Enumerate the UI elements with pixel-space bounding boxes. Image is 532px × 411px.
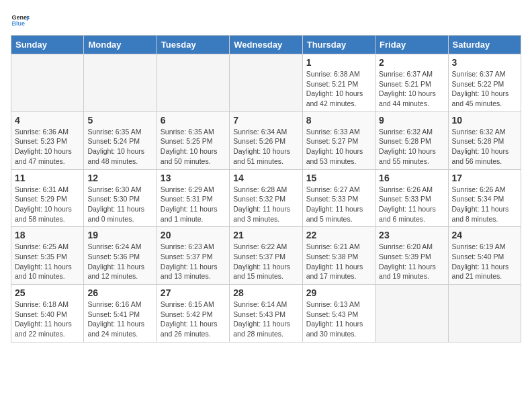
weekday-header-monday: Monday (84, 36, 157, 54)
calendar-week-1: 1Sunrise: 6:38 AM Sunset: 5:21 PM Daylig… (11, 54, 521, 112)
calendar-cell: 27Sunrise: 6:15 AM Sunset: 5:42 PM Dayli… (157, 285, 229, 342)
calendar-cell: 5Sunrise: 6:35 AM Sunset: 5:24 PM Daylig… (84, 111, 157, 169)
day-number: 15 (306, 173, 371, 183)
day-number: 5 (87, 115, 152, 126)
calendar-cell: 2Sunrise: 6:37 AM Sunset: 5:21 PM Daylig… (375, 54, 448, 112)
weekday-header-saturday: Saturday (448, 36, 521, 54)
day-number: 23 (379, 230, 444, 240)
day-number: 2 (379, 57, 444, 68)
calendar-cell: 19Sunrise: 6:24 AM Sunset: 5:36 PM Dayli… (84, 227, 157, 285)
calendar-cell: 29Sunrise: 6:13 AM Sunset: 5:43 PM Dayli… (302, 285, 375, 342)
calendar-week-4: 18Sunrise: 6:25 AM Sunset: 5:35 PM Dayli… (11, 227, 521, 285)
weekday-header-wednesday: Wednesday (230, 36, 302, 54)
calendar-body: 1Sunrise: 6:38 AM Sunset: 5:21 PM Daylig… (11, 54, 521, 342)
calendar-cell: 8Sunrise: 6:33 AM Sunset: 5:27 PM Daylig… (302, 111, 375, 169)
day-number: 28 (233, 287, 298, 298)
day-info: Sunrise: 6:33 AM Sunset: 5:27 PM Dayligh… (306, 127, 371, 167)
day-info: Sunrise: 6:37 AM Sunset: 5:22 PM Dayligh… (452, 69, 517, 109)
day-info: Sunrise: 6:27 AM Sunset: 5:33 PM Dayligh… (306, 185, 371, 224)
day-number: 13 (161, 173, 226, 183)
calendar-cell (157, 54, 229, 112)
day-info: Sunrise: 6:14 AM Sunset: 5:43 PM Dayligh… (233, 300, 298, 339)
day-number: 11 (15, 173, 80, 183)
day-info: Sunrise: 6:34 AM Sunset: 5:26 PM Dayligh… (233, 127, 298, 167)
day-number: 12 (87, 173, 152, 183)
calendar-cell: 9Sunrise: 6:32 AM Sunset: 5:28 PM Daylig… (375, 111, 448, 169)
day-info: Sunrise: 6:24 AM Sunset: 5:36 PM Dayligh… (87, 242, 152, 281)
calendar-cell: 26Sunrise: 6:16 AM Sunset: 5:41 PM Dayli… (84, 285, 157, 342)
day-number: 6 (161, 115, 226, 126)
page-header: General Blue (11, 11, 521, 30)
calendar: SundayMondayTuesdayWednesdayThursdayFrid… (11, 35, 521, 342)
logo: General Blue (11, 11, 30, 30)
calendar-cell: 16Sunrise: 6:26 AM Sunset: 5:33 PM Dayli… (375, 169, 448, 227)
day-number: 17 (452, 173, 517, 183)
calendar-cell: 14Sunrise: 6:28 AM Sunset: 5:32 PM Dayli… (230, 169, 302, 227)
calendar-cell: 12Sunrise: 6:30 AM Sunset: 5:30 PM Dayli… (84, 169, 157, 227)
calendar-cell: 17Sunrise: 6:26 AM Sunset: 5:34 PM Dayli… (448, 169, 521, 227)
calendar-cell (448, 285, 521, 342)
day-info: Sunrise: 6:28 AM Sunset: 5:32 PM Dayligh… (233, 185, 298, 224)
day-number: 22 (306, 230, 371, 240)
day-info: Sunrise: 6:25 AM Sunset: 5:35 PM Dayligh… (15, 242, 80, 281)
day-number: 9 (379, 115, 444, 126)
calendar-cell: 13Sunrise: 6:29 AM Sunset: 5:31 PM Dayli… (157, 169, 229, 227)
day-info: Sunrise: 6:30 AM Sunset: 5:30 PM Dayligh… (87, 185, 152, 224)
calendar-cell: 11Sunrise: 6:31 AM Sunset: 5:29 PM Dayli… (11, 169, 84, 227)
day-number: 10 (452, 115, 517, 126)
day-info: Sunrise: 6:26 AM Sunset: 5:33 PM Dayligh… (379, 185, 444, 224)
day-number: 19 (87, 230, 152, 240)
calendar-cell: 23Sunrise: 6:20 AM Sunset: 5:39 PM Dayli… (375, 227, 448, 285)
calendar-cell: 24Sunrise: 6:19 AM Sunset: 5:40 PM Dayli… (448, 227, 521, 285)
calendar-cell: 4Sunrise: 6:36 AM Sunset: 5:23 PM Daylig… (11, 111, 84, 169)
day-number: 4 (15, 115, 80, 126)
day-number: 18 (15, 230, 80, 240)
calendar-cell: 7Sunrise: 6:34 AM Sunset: 5:26 PM Daylig… (230, 111, 302, 169)
calendar-cell: 18Sunrise: 6:25 AM Sunset: 5:35 PM Dayli… (11, 227, 84, 285)
weekday-header-tuesday: Tuesday (157, 36, 229, 54)
day-number: 27 (161, 287, 226, 298)
calendar-cell (84, 54, 157, 112)
day-number: 7 (233, 115, 298, 126)
calendar-cell (375, 285, 448, 342)
calendar-cell: 6Sunrise: 6:35 AM Sunset: 5:25 PM Daylig… (157, 111, 229, 169)
day-info: Sunrise: 6:36 AM Sunset: 5:23 PM Dayligh… (15, 127, 80, 167)
calendar-cell: 15Sunrise: 6:27 AM Sunset: 5:33 PM Dayli… (302, 169, 375, 227)
day-info: Sunrise: 6:35 AM Sunset: 5:24 PM Dayligh… (87, 127, 152, 167)
day-info: Sunrise: 6:32 AM Sunset: 5:28 PM Dayligh… (452, 127, 517, 167)
day-info: Sunrise: 6:26 AM Sunset: 5:34 PM Dayligh… (452, 185, 517, 224)
day-info: Sunrise: 6:18 AM Sunset: 5:40 PM Dayligh… (15, 300, 80, 339)
day-info: Sunrise: 6:22 AM Sunset: 5:37 PM Dayligh… (233, 242, 298, 281)
calendar-cell: 20Sunrise: 6:23 AM Sunset: 5:37 PM Dayli… (157, 227, 229, 285)
day-number: 1 (306, 57, 371, 68)
day-info: Sunrise: 6:31 AM Sunset: 5:29 PM Dayligh… (15, 185, 80, 224)
day-number: 16 (379, 173, 444, 183)
day-info: Sunrise: 6:13 AM Sunset: 5:43 PM Dayligh… (306, 300, 371, 339)
day-number: 29 (306, 287, 371, 298)
calendar-cell: 25Sunrise: 6:18 AM Sunset: 5:40 PM Dayli… (11, 285, 84, 342)
calendar-cell: 3Sunrise: 6:37 AM Sunset: 5:22 PM Daylig… (448, 54, 521, 112)
calendar-cell: 10Sunrise: 6:32 AM Sunset: 5:28 PM Dayli… (448, 111, 521, 169)
calendar-cell: 1Sunrise: 6:38 AM Sunset: 5:21 PM Daylig… (302, 54, 375, 112)
day-number: 3 (452, 57, 517, 68)
calendar-cell (11, 54, 84, 112)
day-info: Sunrise: 6:19 AM Sunset: 5:40 PM Dayligh… (452, 242, 517, 281)
day-number: 26 (87, 287, 152, 298)
calendar-cell (230, 54, 302, 112)
calendar-week-3: 11Sunrise: 6:31 AM Sunset: 5:29 PM Dayli… (11, 169, 521, 227)
day-info: Sunrise: 6:15 AM Sunset: 5:42 PM Dayligh… (161, 300, 226, 339)
calendar-week-5: 25Sunrise: 6:18 AM Sunset: 5:40 PM Dayli… (11, 285, 521, 342)
day-number: 24 (452, 230, 517, 240)
day-info: Sunrise: 6:21 AM Sunset: 5:38 PM Dayligh… (306, 242, 371, 281)
calendar-cell: 21Sunrise: 6:22 AM Sunset: 5:37 PM Dayli… (230, 227, 302, 285)
day-info: Sunrise: 6:29 AM Sunset: 5:31 PM Dayligh… (161, 185, 226, 224)
weekday-header-sunday: Sunday (11, 36, 84, 54)
weekday-header-thursday: Thursday (302, 36, 375, 54)
day-info: Sunrise: 6:32 AM Sunset: 5:28 PM Dayligh… (379, 127, 444, 167)
weekday-header-friday: Friday (375, 36, 448, 54)
day-info: Sunrise: 6:35 AM Sunset: 5:25 PM Dayligh… (161, 127, 226, 167)
day-number: 14 (233, 173, 298, 183)
day-info: Sunrise: 6:20 AM Sunset: 5:39 PM Dayligh… (379, 242, 444, 281)
day-info: Sunrise: 6:37 AM Sunset: 5:21 PM Dayligh… (379, 69, 444, 109)
day-info: Sunrise: 6:38 AM Sunset: 5:21 PM Dayligh… (306, 69, 371, 109)
